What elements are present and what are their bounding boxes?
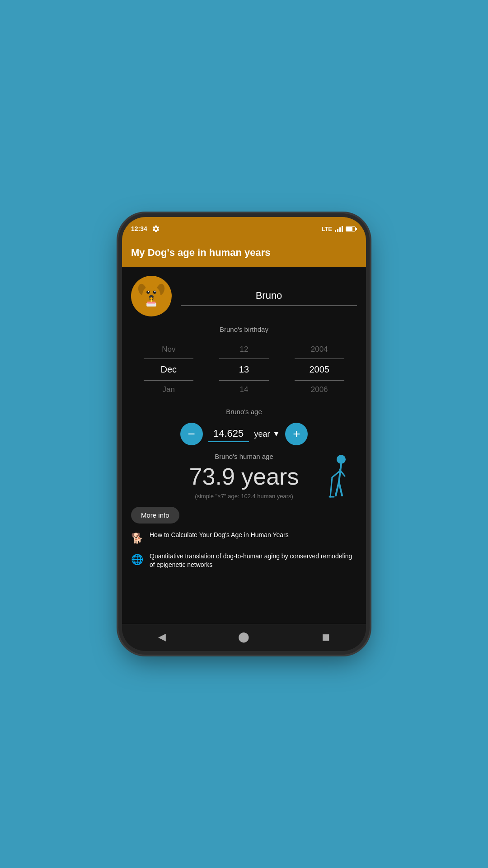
age-value-input[interactable] xyxy=(208,426,249,442)
age-label: Bruno's age xyxy=(131,408,357,415)
app-header: My Dog's age in human years xyxy=(122,241,366,267)
year-column[interactable]: 2004 2005 2006 xyxy=(295,340,344,399)
human-age-section: Bruno's human age 73.9 years xyxy=(131,453,357,500)
dropdown-arrow-icon: ▼ xyxy=(273,430,280,438)
svg-line-18 xyxy=(339,482,342,495)
human-age-label: Bruno's human age xyxy=(131,453,357,460)
year-next: 2006 xyxy=(295,381,344,399)
profile-section xyxy=(131,276,357,316)
day-next: 14 xyxy=(219,381,269,399)
battery-icon xyxy=(346,226,357,231)
gear-icon xyxy=(152,225,160,233)
age-controls: − year ▼ + xyxy=(131,423,357,445)
birthday-label: Bruno's birthday xyxy=(131,326,357,333)
dog-name-input[interactable] xyxy=(181,286,357,306)
svg-point-13 xyxy=(337,455,346,464)
bottom-nav: ◀ ⬤ ◼ xyxy=(122,624,366,649)
dog-link-icon: 🐕 xyxy=(131,532,143,546)
simple-age-note: (simple "×7" age: 102.4 human years) xyxy=(131,493,357,500)
svg-line-19 xyxy=(330,477,332,497)
svg-line-17 xyxy=(336,482,339,495)
increment-button[interactable]: + xyxy=(285,423,308,445)
month-next: Jan xyxy=(144,381,193,399)
svg-point-6 xyxy=(148,291,149,292)
info-links: 🐕 How to Calculate Your Dog's Age in Hum… xyxy=(131,531,357,570)
month-column[interactable]: Nov Dec Jan xyxy=(144,340,193,399)
network-label: LTE xyxy=(321,226,332,232)
signal-bars xyxy=(335,226,343,232)
month-prev: Nov xyxy=(144,340,193,359)
elderly-figure xyxy=(328,453,352,502)
more-info-button[interactable]: More info xyxy=(131,507,179,524)
age-input-container: year ▼ xyxy=(208,426,280,442)
day-selected: 13 xyxy=(219,359,269,381)
home-button[interactable]: ⬤ xyxy=(225,627,263,646)
recent-button[interactable]: ◼ xyxy=(308,627,343,646)
app-title: My Dog's age in human years xyxy=(131,247,270,258)
age-section: Bruno's age − year ▼ + xyxy=(131,408,357,445)
svg-point-12 xyxy=(150,297,152,300)
elderly-svg xyxy=(328,453,352,507)
dog-avatar xyxy=(131,276,172,316)
day-prev: 12 xyxy=(219,340,269,359)
date-picker: Nov Dec Jan 12 13 14 2004 2005 2006 xyxy=(131,340,357,399)
info-link-1[interactable]: 🐕 How to Calculate Your Dog's Age in Hum… xyxy=(131,531,357,546)
info-link-2[interactable]: 🌐 Quantitative translation of dog-to-hum… xyxy=(131,552,357,570)
status-bar: 12:34 LTE xyxy=(122,217,366,241)
clock: 12:34 xyxy=(131,225,147,232)
info-link-2-text: Quantitative translation of dog-to-human… xyxy=(150,552,357,570)
human-age-value: 73.9 years xyxy=(131,463,357,490)
month-selected: Dec xyxy=(144,359,193,381)
day-column[interactable]: 12 13 14 xyxy=(219,340,269,399)
dog-face-svg xyxy=(135,280,168,312)
decrement-button[interactable]: − xyxy=(180,423,203,445)
svg-point-7 xyxy=(154,291,155,292)
svg-line-14 xyxy=(339,464,341,482)
unit-label: year xyxy=(254,429,270,439)
unit-dropdown[interactable]: year ▼ xyxy=(254,429,280,439)
main-content: Bruno's birthday Nov Dec Jan 12 13 14 20… xyxy=(122,267,366,624)
info-link-1-text: How to Calculate Your Dog's Age in Human… xyxy=(150,531,289,540)
year-prev: 2004 xyxy=(295,340,344,359)
phone-frame: 12:34 LTE My Dog's age in human years xyxy=(122,217,366,651)
year-selected: 2005 xyxy=(295,359,344,381)
back-button[interactable]: ◀ xyxy=(145,627,179,646)
globe-link-icon: 🌐 xyxy=(131,553,143,567)
